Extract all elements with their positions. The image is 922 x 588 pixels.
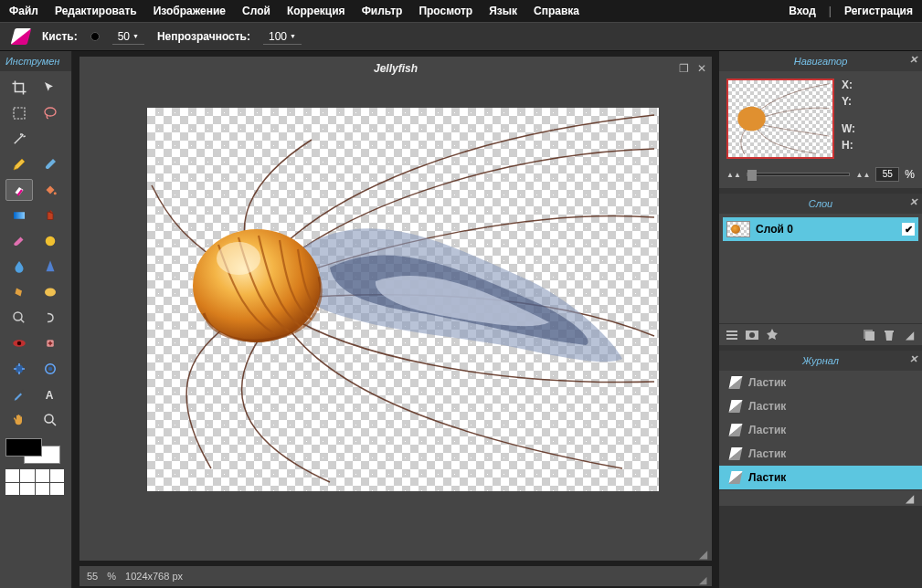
crop-tool[interactable]	[5, 77, 33, 99]
eraser-tool[interactable]	[5, 179, 33, 201]
maximize-icon[interactable]: ❐	[677, 62, 690, 75]
menu-view[interactable]: Просмотр	[419, 5, 472, 17]
svg-rect-3	[14, 212, 25, 219]
wand-tool[interactable]	[5, 128, 33, 150]
svg-point-5	[45, 289, 56, 297]
layers-title: Слои ✕	[719, 194, 922, 214]
canvas-stage[interactable]: ◢	[79, 80, 712, 561]
spot-heal-tool[interactable]	[37, 332, 64, 354]
opacity-label: Непрозрачность:	[157, 30, 250, 43]
zoom-slider[interactable]	[747, 173, 851, 176]
pinch-tool[interactable]	[37, 358, 64, 380]
history-menu-icon[interactable]: ◢	[902, 491, 917, 506]
layer-row[interactable]: Слой 0 ✔	[723, 217, 918, 241]
menu-layer[interactable]: Слой	[242, 5, 270, 17]
svg-rect-20	[726, 334, 737, 336]
login-link[interactable]: Вход	[789, 5, 816, 17]
layer-name: Слой 0	[756, 223, 793, 236]
history-row[interactable]: Ластик	[719, 394, 922, 418]
marquee-tool[interactable]	[5, 102, 33, 124]
sharpen-tool[interactable]	[37, 256, 64, 278]
sponge-tool[interactable]	[37, 281, 64, 303]
resize-handle-icon[interactable]: ◢	[699, 548, 710, 559]
close-icon[interactable]: ✕	[909, 196, 917, 208]
layer-thumb	[726, 221, 750, 237]
percent-label: %	[107, 571, 116, 582]
clone-tool[interactable]	[37, 205, 64, 226]
nav-w-label: W:	[842, 122, 855, 135]
lasso-tool[interactable]	[37, 102, 64, 124]
layer-styles-icon[interactable]	[765, 328, 779, 342]
document-title: Jellyfish	[374, 62, 418, 75]
history-title: Журнал ✕	[719, 351, 922, 371]
history-row[interactable]: Ластик	[719, 466, 922, 489]
preset-swatches[interactable]	[5, 469, 64, 495]
register-link[interactable]: Регистрация	[844, 5, 913, 17]
close-icon[interactable]: ✕	[909, 353, 917, 365]
close-icon[interactable]: ✕	[695, 62, 708, 75]
zoom-level: 55	[87, 571, 98, 582]
layers-menu-icon[interactable]: ◢	[902, 328, 917, 342]
draw-tool[interactable]	[37, 230, 64, 252]
history-row[interactable]: Ластик	[719, 418, 922, 442]
gradient-tool[interactable]	[5, 205, 33, 226]
bucket-tool[interactable]	[37, 179, 64, 201]
zoom-value-field[interactable]: 55	[875, 167, 899, 182]
svg-text:A: A	[46, 389, 54, 402]
right-panels: Навигатор ✕	[719, 51, 922, 588]
layer-visibility-checkbox[interactable]: ✔	[902, 223, 915, 236]
layer-mask-icon[interactable]	[745, 328, 759, 342]
empty-slot	[37, 128, 64, 150]
color-swatches[interactable]	[5, 438, 64, 464]
layer-settings-icon[interactable]	[725, 328, 739, 342]
svg-point-13	[21, 390, 24, 393]
navigator-panel: Навигатор ✕	[719, 51, 922, 188]
option-bar: Кисть: 50 ▼ Непрозрачность: 100 ▼	[0, 22, 922, 51]
blur-tool[interactable]	[5, 256, 33, 278]
menu-help[interactable]: Справка	[534, 5, 579, 17]
dodge-tool[interactable]	[5, 307, 33, 329]
close-icon[interactable]: ✕	[909, 54, 917, 66]
zoom-out-icon[interactable]: ▲▲	[726, 171, 741, 179]
brush-label: Кисть:	[42, 30, 78, 43]
color-replace-tool[interactable]	[5, 230, 33, 252]
delete-layer-icon[interactable]	[882, 328, 896, 342]
type-tool[interactable]: A	[37, 383, 64, 405]
new-layer-icon[interactable]	[862, 328, 876, 342]
jellyfish-image	[147, 108, 659, 491]
menu-filter[interactable]: Фильтр	[362, 5, 403, 17]
navigator-thumb[interactable]	[726, 79, 834, 159]
bloat-tool[interactable]	[5, 358, 33, 380]
menu-edit[interactable]: Редактировать	[55, 5, 137, 17]
burn-tool[interactable]	[37, 307, 64, 329]
svg-rect-19	[726, 331, 737, 332]
zoom-in-icon[interactable]: ▲▲	[855, 171, 870, 179]
pencil-tool[interactable]	[5, 153, 33, 175]
zoom-tool[interactable]	[37, 409, 64, 431]
smudge-tool[interactable]	[5, 281, 33, 303]
separator: |	[829, 5, 832, 17]
svg-point-2	[54, 192, 57, 194]
menu-adjust[interactable]: Коррекция	[287, 5, 345, 17]
nav-x-label: X:	[842, 79, 855, 91]
canvas[interactable]	[147, 108, 659, 491]
redeye-tool[interactable]	[5, 332, 33, 354]
svg-point-23	[749, 332, 755, 338]
brush-size-field[interactable]: 50 ▼	[112, 29, 144, 45]
menu-language[interactable]: Язык	[489, 5, 517, 17]
eraser-icon	[729, 447, 743, 460]
menu-image[interactable]: Изображение	[154, 5, 226, 17]
menu-file[interactable]: Файл	[9, 5, 38, 17]
svg-point-4	[46, 236, 56, 247]
eyedropper-tool[interactable]	[5, 383, 33, 405]
opacity-field[interactable]: 100 ▼	[263, 29, 302, 45]
brush-tool[interactable]	[37, 153, 64, 175]
svg-point-18	[737, 107, 766, 131]
history-row[interactable]: Ластик	[719, 371, 922, 394]
hand-tool[interactable]	[5, 409, 33, 431]
brush-preview-icon[interactable]	[90, 32, 100, 41]
move-tool[interactable]	[37, 77, 64, 99]
history-row[interactable]: Ластик	[719, 442, 922, 466]
resize-handle-icon[interactable]: ◢	[699, 574, 710, 585]
document-titlebar: Jellyfish ❐ ✕	[79, 57, 712, 80]
